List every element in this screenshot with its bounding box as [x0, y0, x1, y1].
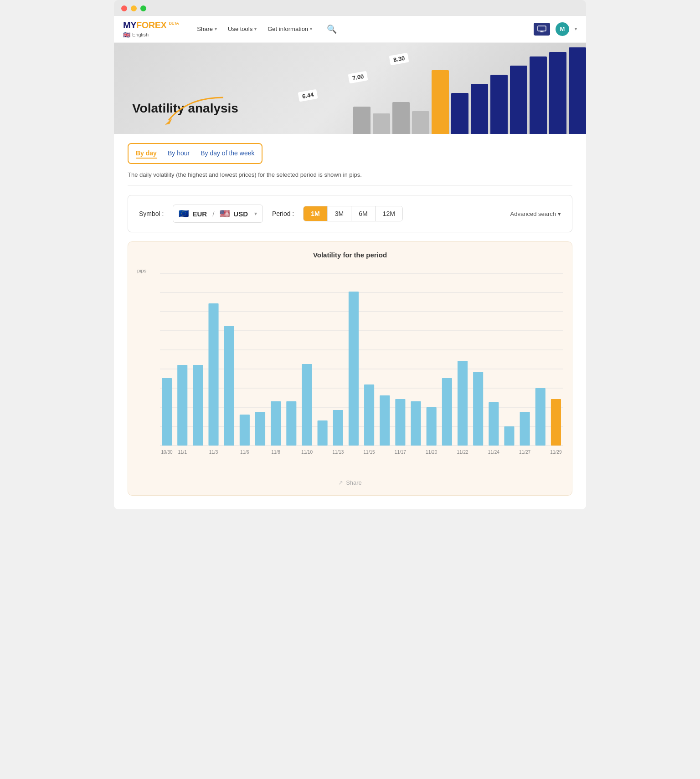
advanced-search-button[interactable]: Advanced search ▾ — [510, 210, 561, 217]
svg-text:11/1: 11/1 — [178, 450, 187, 455]
bar-24 — [535, 388, 546, 446]
bar-11-13 — [333, 410, 343, 446]
chevron-down-icon: ▾ — [558, 210, 561, 217]
chevron-down-icon: ▾ — [575, 26, 577, 31]
base-flag-icon: 🇪🇺 — [179, 209, 189, 219]
close-button[interactable] — [121, 5, 127, 11]
symbol-select[interactable]: 🇪🇺 EUR / 🇺🇸 USD ▾ — [173, 205, 263, 223]
bar-6 — [255, 412, 265, 446]
symbol-label: Symbol : — [139, 210, 164, 217]
description-text: The daily volatility (the highest and lo… — [128, 171, 572, 186]
period-buttons: 1M 3M 6M 12M — [303, 206, 403, 221]
svg-text:11/17: 11/17 — [395, 450, 407, 455]
nav-get-information[interactable]: Get information ▾ — [268, 26, 312, 32]
svg-text:11/27: 11/27 — [519, 450, 531, 455]
maximize-button[interactable] — [140, 5, 146, 11]
chevron-down-icon: ▾ — [310, 26, 312, 31]
tab-by-day-of-week[interactable]: By day of the week — [201, 149, 254, 159]
chevron-down-icon: ▾ — [254, 210, 257, 217]
bar-18 — [442, 378, 452, 446]
bar-11-6 — [240, 415, 250, 446]
chevron-down-icon: ▾ — [254, 26, 257, 31]
search-panel: Symbol : 🇪🇺 EUR / 🇺🇸 USD ▾ Period : 1M 3… — [128, 195, 572, 232]
logo[interactable]: MYFOREX BETA 🇬🇧 English — [123, 20, 179, 38]
language-label: English — [132, 32, 149, 37]
hero-decoration — [353, 43, 586, 134]
hero-banner: Volatility analysis 8.30 7.00 6.44 — [114, 43, 586, 134]
period-3m[interactable]: 3M — [328, 206, 351, 221]
bar-11-27 — [520, 412, 530, 446]
tab-by-hour[interactable]: By hour — [168, 149, 190, 159]
svg-text:11/13: 11/13 — [332, 450, 344, 455]
bar-8 — [286, 401, 296, 446]
quote-currency: USD — [233, 210, 248, 218]
bar-16 — [411, 401, 421, 446]
share-area: ↗ Share — [137, 479, 563, 486]
period-6m[interactable]: 6M — [351, 206, 375, 221]
svg-text:11/6: 11/6 — [240, 450, 249, 455]
svg-text:11/10: 11/10 — [301, 450, 313, 455]
bar-14 — [380, 395, 390, 446]
bar-11-24 — [489, 402, 499, 446]
bar-chart: 0 20 40 60 80 100 120 140 160 180 10/30 — [160, 268, 563, 459]
bar-11-15 — [364, 384, 374, 446]
bar-22 — [504, 426, 514, 446]
svg-text:11/29: 11/29 — [550, 450, 562, 455]
arrow-decoration — [160, 93, 232, 129]
main-window: MYFOREX BETA 🇬🇧 English Share ▾ Use tool… — [114, 15, 586, 509]
bar-11-20 — [427, 407, 437, 446]
y-axis-label: pips — [137, 268, 146, 273]
bar-11-17 — [395, 399, 405, 446]
nav-right: M ▾ — [534, 22, 577, 36]
beta-badge: BETA — [169, 21, 179, 26]
base-currency: EUR — [192, 210, 207, 218]
tab-by-day[interactable]: By day — [136, 149, 157, 159]
view-tabs: By day By hour By day of the week — [128, 143, 262, 164]
period-label: Period : — [272, 210, 294, 217]
bar-11-8 — [271, 401, 281, 446]
minimize-button[interactable] — [131, 5, 137, 11]
bar-11-10 — [302, 364, 312, 446]
content-area: By day By hour By day of the week The da… — [114, 134, 586, 509]
svg-rect-0 — [538, 26, 546, 31]
svg-text:11/22: 11/22 — [457, 450, 468, 455]
flag-icon: 🇬🇧 — [123, 31, 130, 38]
user-avatar[interactable]: M — [556, 22, 569, 36]
period-12m[interactable]: 12M — [376, 206, 402, 221]
svg-text:11/15: 11/15 — [364, 450, 376, 455]
nav-share[interactable]: Share ▾ — [197, 26, 217, 32]
quote-flag-icon: 🇺🇸 — [220, 209, 230, 219]
bar-11-22 — [458, 361, 468, 446]
language-selector[interactable]: 🇬🇧 English — [123, 31, 149, 38]
monitor-icon[interactable] — [534, 23, 550, 36]
svg-text:11/8: 11/8 — [271, 450, 280, 455]
share-label[interactable]: Share — [346, 479, 362, 486]
bar-10-30 — [162, 378, 172, 446]
window-chrome — [114, 0, 586, 15]
bar-12 — [349, 292, 359, 446]
bar-2 — [193, 365, 203, 446]
svg-text:11/3: 11/3 — [209, 450, 218, 455]
bar-11-3 — [208, 303, 218, 446]
svg-text:11/20: 11/20 — [426, 450, 438, 455]
search-icon[interactable]: 🔍 — [327, 24, 337, 34]
period-1m[interactable]: 1M — [304, 206, 327, 221]
nav-use-tools[interactable]: Use tools ▾ — [228, 26, 257, 32]
chart-area: pips 0 20 40 — [137, 268, 563, 475]
chevron-down-icon: ▾ — [215, 26, 217, 31]
svg-text:10/30: 10/30 — [161, 450, 173, 455]
logo-text: MYFOREX BETA — [123, 20, 179, 31]
bar-11-1 — [177, 365, 187, 446]
bar-4 — [224, 326, 234, 446]
bar-label-644: 6.44 — [298, 89, 318, 102]
bar-10 — [318, 420, 328, 446]
chart-container: Volatility for the period pips — [128, 241, 572, 496]
bar-20 — [473, 372, 483, 446]
svg-marker-1 — [165, 118, 172, 125]
search-row: Symbol : 🇪🇺 EUR / 🇺🇸 USD ▾ Period : 1M 3… — [139, 205, 561, 223]
svg-text:11/24: 11/24 — [488, 450, 500, 455]
bar-11-29 — [551, 399, 561, 446]
chart-title: Volatility for the period — [137, 251, 563, 259]
share-icon: ↗ — [338, 479, 343, 486]
navbar: MYFOREX BETA 🇬🇧 English Share ▾ Use tool… — [114, 15, 586, 43]
